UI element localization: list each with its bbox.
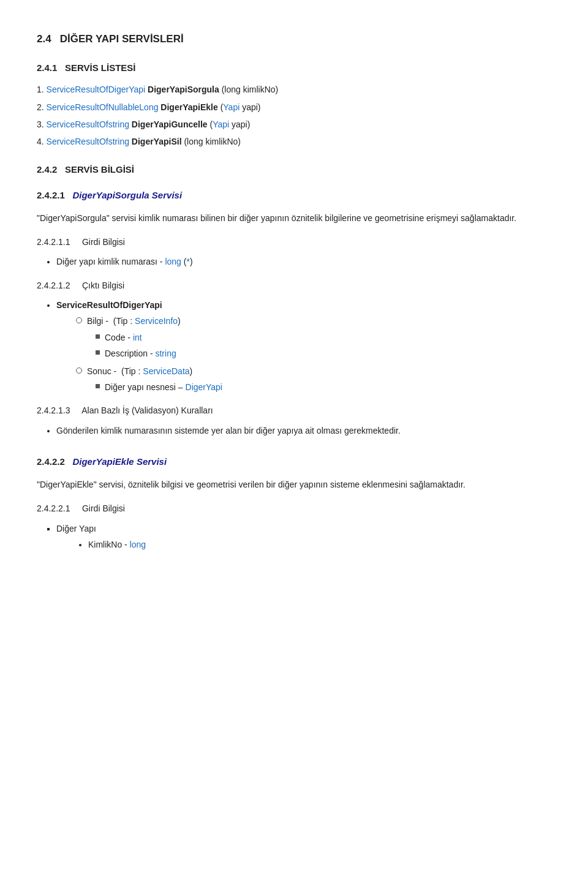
section-24213-label: Alan Bazlı İş (Validasyon) Kuralları bbox=[81, 405, 213, 415]
cikti-bilgi-item: Bilgi - (Tip : ServiceInfo) bbox=[76, 314, 551, 328]
girdi-kimlikno-list: KimlikNo - long bbox=[76, 538, 551, 551]
cikti-sonuc-label: Sonuc - (Tip : ServiceData) bbox=[87, 364, 192, 378]
cikti-desc-label: Description - string bbox=[105, 347, 176, 360]
section-24212-number: 2.4.2.1.2 bbox=[37, 281, 70, 290]
section-24211-title: 2.4.2.1.1 Girdi Bilgisi bbox=[37, 235, 551, 249]
service-list-item-3: 3. ServiceResultOfstring DigerYapiGuncel… bbox=[37, 118, 551, 131]
section-24-number: 2.4 bbox=[37, 33, 51, 45]
service-list-item-4: 4. ServiceResultOfstring DigerYapiSil (l… bbox=[37, 135, 551, 148]
validasyon-item-1: Gönderilen kimlik numarasının sistemde y… bbox=[56, 424, 551, 437]
service-list-item-3-type: ServiceResultOfstring bbox=[47, 119, 129, 129]
section-241-title: 2.4.1 SERVİS LİSTESİ bbox=[37, 61, 551, 75]
section-2421-label: DigerYapiSorgula Servisi bbox=[72, 190, 182, 200]
service-list-item-1-type: ServiceResultOfDigerYapi bbox=[47, 85, 146, 94]
service-list-item-3-num: 3. bbox=[37, 119, 47, 129]
cikti-sonuc-list: Sonuc - (Tip : ServiceData) bbox=[76, 364, 551, 378]
cikti-code-item: Code - int bbox=[96, 331, 551, 344]
cikti-desc-item: Description - string bbox=[96, 347, 551, 360]
section-2422-desc: "DigerYapiEkle" servisi, öznitelik bilgi… bbox=[37, 478, 551, 492]
service-list-item-1-num: 1. bbox=[37, 85, 47, 94]
cikti-bilgi-row: Bilgi - (Tip : ServiceInfo) bbox=[37, 314, 551, 328]
square-bullet-desc bbox=[96, 350, 100, 355]
section-2422-title: 2.4.2.2 DigerYapiEkle Servisi bbox=[37, 454, 551, 469]
service-list-item-1-method: DigerYapiSorgula bbox=[148, 85, 219, 94]
section-24213-title: 2.4.2.1.3 Alan Bazlı İş (Validasyon) Kur… bbox=[37, 404, 551, 417]
service-list-item-4-type: ServiceResultOfstring bbox=[47, 137, 129, 146]
service-list-item-4-method: DigerYapiSil bbox=[132, 137, 182, 146]
section-242-label: SERVİS BİLGİSİ bbox=[65, 164, 134, 175]
section-2421-number: 2.4.2.1 bbox=[37, 190, 65, 200]
cikti-digeryapi-row: Diğer yapı nesnesi – DigerYapi bbox=[37, 380, 551, 394]
section-242-title: 2.4.2 SERVİS BİLGİSİ bbox=[37, 162, 551, 177]
section-24221-label: Girdi Bilgisi bbox=[82, 503, 125, 513]
validasyon-list: Gönderilen kimlik numarasının sistemde y… bbox=[37, 424, 551, 437]
service-list-item-1-params: (long kimlikNo) bbox=[222, 85, 279, 94]
girdi-bilgisi-list: Diğer yapı kimlik numarası - long (*) bbox=[37, 255, 551, 268]
section-241-label: SERVİS LİSTESİ bbox=[65, 62, 136, 73]
girdi-digeryapi-root: Diğer Yapı bbox=[56, 522, 551, 535]
service-list-item-4-params: (long kimlikNo) bbox=[184, 137, 241, 146]
cikti-bilgisi-tree: ServiceResultOfDigerYapi Bilgi - (Tip : … bbox=[37, 298, 551, 394]
service-list-item-3-params: (Yapi yapi) bbox=[209, 119, 250, 129]
cikti-root-item: ServiceResultOfDigerYapi bbox=[56, 298, 551, 312]
cikti-code-list: Code - int bbox=[96, 331, 551, 344]
cikti-digeryapi-list: Diğer yapı nesnesi – DigerYapi bbox=[96, 380, 551, 394]
service-list-item-2-params: (Yapi yapi) bbox=[221, 102, 261, 112]
square-bullet-digeryapi bbox=[96, 384, 100, 388]
service-list-item-2-type: ServiceResultOfNullableLong bbox=[47, 102, 159, 112]
section-2422-label: DigerYapiEkle Servisi bbox=[72, 456, 167, 467]
section-24211-label: Girdi Bilgisi bbox=[82, 237, 125, 247]
cikti-digeryapi-item: Diğer yapı nesnesi – DigerYapi bbox=[96, 380, 551, 394]
section-24221-title: 2.4.2.2.1 Girdi Bilgisi bbox=[37, 502, 551, 515]
section-2421-desc: "DigerYapiSorgula" servisi kimlik numara… bbox=[37, 211, 551, 225]
section-24212-title: 2.4.2.1.2 Çıktı Bilgisi bbox=[37, 279, 551, 292]
cikti-digeryapi-label: Diğer yapı nesnesi – DigerYapi bbox=[105, 380, 222, 394]
service-list-item-1: 1. ServiceResultOfDigerYapi DigerYapiSor… bbox=[37, 83, 551, 96]
cikti-code-row: Code - int bbox=[37, 331, 551, 344]
service-list-item-2: 2. ServiceResultOfNullableLong DigerYapi… bbox=[37, 100, 551, 114]
girdi-bilgisi-2-tree: Diğer Yapı KimlikNo - long bbox=[37, 522, 551, 552]
cikti-bilgi-list: Bilgi - (Tip : ServiceInfo) bbox=[76, 314, 551, 328]
cikti-root-list: ServiceResultOfDigerYapi bbox=[37, 298, 551, 312]
girdi-digeryapi-list: Diğer Yapı bbox=[37, 522, 551, 535]
service-list: 1. ServiceResultOfDigerYapi DigerYapiSor… bbox=[37, 83, 551, 149]
section-24-title: 2.4 DİĞER YAPI SERVİSLERİ bbox=[37, 31, 551, 47]
section-24211-number: 2.4.2.1.1 bbox=[37, 237, 70, 247]
cikti-sonuc-row: Sonuc - (Tip : ServiceData) bbox=[37, 364, 551, 378]
section-242-number: 2.4.2 bbox=[37, 164, 57, 175]
cikti-desc-row: Description - string bbox=[37, 347, 551, 360]
service-list-item-2-num: 2. bbox=[37, 102, 47, 112]
square-bullet-code bbox=[96, 334, 100, 339]
girdi-bilgisi-item-1: Diğer yapı kimlik numarası - long (*) bbox=[56, 255, 551, 268]
girdi-kimlikno-item: KimlikNo - long bbox=[88, 538, 551, 551]
cikti-desc-list: Description - string bbox=[96, 347, 551, 360]
section-2421-title: 2.4.2.1 DigerYapiSorgula Servisi bbox=[37, 188, 551, 203]
cikti-sonuc-item: Sonuc - (Tip : ServiceData) bbox=[76, 364, 551, 378]
service-list-item-3-method: DigerYapiGuncelle bbox=[132, 119, 208, 129]
section-24212-label: Çıktı Bilgisi bbox=[82, 281, 124, 290]
section-24221-number: 2.4.2.2.1 bbox=[37, 503, 70, 513]
cikti-bilgi-label: Bilgi - (Tip : ServiceInfo) bbox=[87, 314, 181, 328]
section-241-number: 2.4.1 bbox=[37, 62, 57, 73]
service-list-item-2-method: DigerYapiEkle bbox=[160, 102, 217, 112]
girdi-kimlikno-row: KimlikNo - long bbox=[37, 538, 551, 551]
service-list-item-4-num: 4. bbox=[37, 137, 47, 146]
section-2422-number: 2.4.2.2 bbox=[37, 456, 65, 467]
cikti-root-label: ServiceResultOfDigerYapi bbox=[56, 300, 162, 310]
cikti-code-label: Code - int bbox=[105, 331, 142, 344]
circle-bullet-bilgi bbox=[76, 317, 82, 323]
section-24213-number: 2.4.2.1.3 bbox=[37, 405, 70, 415]
circle-bullet-sonuc bbox=[76, 367, 82, 374]
section-24-label: DİĞER YAPI SERVİSLERİ bbox=[60, 33, 184, 45]
